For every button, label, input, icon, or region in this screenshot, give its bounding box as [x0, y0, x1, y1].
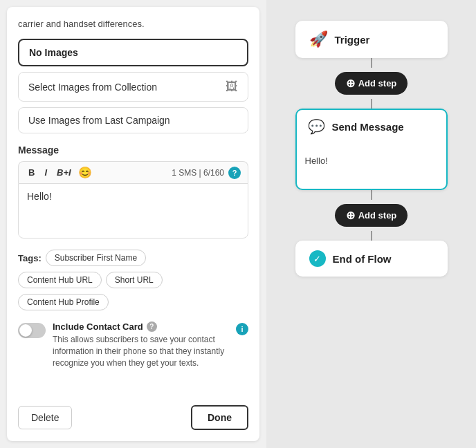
tag-subscriber-first-name[interactable]: Subscriber First Name — [46, 250, 146, 266]
message-editor: B I B+I 😊 1 SMS | 6/160 ? Hello! — [18, 161, 248, 241]
connector-1 — [371, 58, 372, 68]
top-note: carrier and handset differences. — [18, 18, 248, 30]
emoji-button[interactable]: 😊 — [78, 166, 92, 179]
toolbar-help-icon[interactable]: ? — [228, 167, 241, 179]
trigger-label: Trigger — [335, 34, 370, 46]
right-panel: 🚀 Trigger ⊕ Add step 💬 Send Message Hell… — [266, 0, 476, 448]
left-panel: carrier and handset differences. No Imag… — [7, 7, 259, 441]
footer-row: Delete Done — [18, 400, 248, 430]
add-step-button-1[interactable]: ⊕ Add step — [335, 72, 408, 95]
send-message-label: Send Message — [332, 121, 404, 133]
tags-second-row: Content Hub URL Short URL — [18, 272, 248, 288]
add-step-icon-1: ⊕ — [346, 77, 355, 90]
include-card-description: This allows subscribers to save your con… — [53, 334, 229, 368]
message-section-label: Message — [18, 144, 248, 156]
chat-icon: 💬 — [308, 118, 325, 135]
done-button[interactable]: Done — [191, 405, 248, 430]
trigger-node[interactable]: 🚀 Trigger — [295, 21, 448, 58]
send-message-node[interactable]: 💬 Send Message Hello! — [295, 109, 448, 190]
message-textarea[interactable]: Hello! — [18, 183, 248, 239]
include-card-text: Include Contact Card ? This allows subsc… — [53, 321, 229, 368]
tag-content-hub-url[interactable]: Content Hub URL — [18, 272, 102, 288]
end-of-flow-node[interactable]: ✓ End of Flow — [295, 241, 448, 277]
tags-row: Tags: Subscriber First Name — [18, 250, 248, 266]
no-images-option[interactable]: No Images — [18, 39, 248, 66]
connector-2 — [371, 99, 372, 109]
toggle-thumb — [19, 324, 32, 337]
image-icon: 🖼 — [226, 80, 238, 94]
end-of-flow-label: End of Flow — [333, 253, 392, 265]
tag-content-hub-profile[interactable]: Content Hub Profile — [18, 294, 109, 310]
info-icon[interactable]: i — [236, 323, 248, 335]
add-step-icon-2: ⊕ — [346, 209, 355, 222]
connector-3 — [371, 190, 372, 200]
italic-button[interactable]: I — [42, 166, 50, 179]
toggle-track[interactable] — [18, 323, 46, 338]
include-card-help-icon[interactable]: ? — [147, 321, 157, 332]
use-last-campaign-option[interactable]: Use Images from Last Campaign — [18, 107, 248, 133]
include-card-toggle[interactable] — [18, 323, 46, 338]
bold-button[interactable]: B — [26, 166, 37, 179]
tag-short-url[interactable]: Short URL — [106, 272, 163, 288]
tags-third-row: Content Hub Profile — [18, 294, 248, 310]
message-toolbar: B I B+I 😊 1 SMS | 6/160 ? — [18, 161, 248, 183]
sms-count: 1 SMS | 6/160 — [172, 168, 224, 178]
check-icon: ✓ — [309, 250, 326, 267]
tags-label: Tags: — [18, 253, 42, 263]
connector-4 — [371, 231, 372, 241]
add-step-button-2[interactable]: ⊕ Add step — [335, 204, 408, 227]
send-message-content-area: Hello! — [297, 147, 446, 189]
delete-button[interactable]: Delete — [18, 406, 72, 429]
rocket-icon: 🚀 — [309, 30, 328, 48]
select-images-option[interactable]: Select Images from Collection 🖼 — [18, 72, 248, 102]
include-contact-card-section: Include Contact Card ? This allows subsc… — [18, 321, 248, 368]
send-message-text: Hello! — [305, 156, 328, 166]
bold-italic-button[interactable]: B+I — [54, 166, 74, 179]
include-card-title: Include Contact Card ? — [53, 321, 229, 332]
